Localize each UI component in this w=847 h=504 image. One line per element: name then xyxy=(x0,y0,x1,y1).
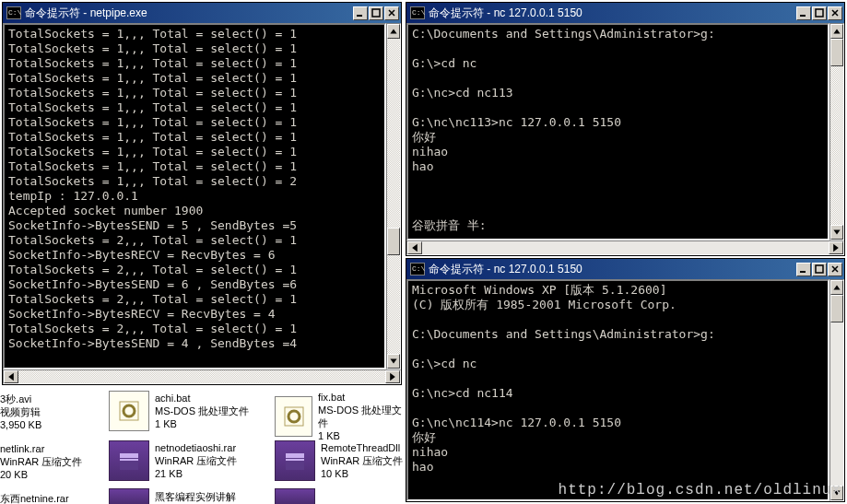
scroll-up-icon[interactable] xyxy=(830,280,843,295)
file-size: 21 KB xyxy=(155,467,237,480)
svg-rect-14 xyxy=(286,453,304,458)
cmd-window-nc2: C:\ 命令提示符 - nc 127.0.0.1 5150 Microsoft … xyxy=(406,258,845,502)
svg-rect-3 xyxy=(816,9,823,17)
scroll-left-icon[interactable] xyxy=(407,241,422,254)
file-size: 1 KB xyxy=(155,417,249,430)
file-item[interactable]: RemoteThreadDll WinRAR 压缩文件 10 KB xyxy=(275,440,403,481)
file-name: 东西netnine.rar xyxy=(0,492,69,504)
terminal-output[interactable]: C:\Documents and Settings\Administrator>… xyxy=(406,23,829,240)
file-name: RemoteThreadDll xyxy=(321,441,403,454)
watermark-text: http://blog.csdn.net/oldlinux xyxy=(559,482,841,498)
file-item[interactable]: achi.bat MS-DOS 批处理文件 1 KB xyxy=(109,391,249,431)
file-type: MS-DOS 批处理文件 xyxy=(318,404,406,429)
file-type: WinRAR 压缩文件 xyxy=(0,455,82,468)
terminal-output[interactable]: TotalSockets = 1,,, Total = select() = 1… xyxy=(3,23,386,369)
scroll-up-icon[interactable] xyxy=(387,24,400,39)
file-type: WinRAR 压缩文件 xyxy=(321,454,403,467)
vertical-scrollbar[interactable] xyxy=(829,23,844,240)
close-button[interactable] xyxy=(828,6,842,20)
scroll-thumb[interactable] xyxy=(830,39,843,66)
file-item[interactable]: netlink.rar WinRAR 压缩文件 20 KB xyxy=(0,442,82,481)
rar-file-icon xyxy=(275,440,315,481)
file-item[interactable]: 黑客编程实例讲解 xyxy=(109,488,236,504)
svg-rect-12 xyxy=(120,459,138,461)
file-name: netlink.rar xyxy=(0,442,82,455)
svg-rect-2 xyxy=(800,15,806,17)
minimize-button[interactable] xyxy=(353,6,368,20)
scroll-left-icon[interactable] xyxy=(4,370,18,383)
minimize-button[interactable] xyxy=(796,6,811,20)
close-button[interactable] xyxy=(384,6,399,20)
scroll-up-icon[interactable] xyxy=(830,24,843,39)
terminal-output[interactable]: Microsoft Windows XP [版本 5.1.2600] (C) 版… xyxy=(406,279,829,501)
cmd-window-netpipe: C:\ 命令提示符 - netpipe.exe TotalSockets = 1… xyxy=(2,2,402,385)
maximize-button[interactable] xyxy=(812,263,827,276)
vertical-scrollbar[interactable] xyxy=(829,279,844,501)
file-name: 3秒.avi xyxy=(0,393,41,405)
file-type: 视频剪辑 xyxy=(0,405,41,418)
rar-file-icon xyxy=(109,488,149,504)
file-type: MS-DOS 批处理文件 xyxy=(155,404,249,417)
svg-rect-1 xyxy=(372,9,380,17)
svg-rect-5 xyxy=(816,265,823,273)
window-title: 命令提示符 - nc 127.0.0.1 5150 xyxy=(429,262,796,277)
file-item[interactable] xyxy=(275,488,315,504)
maximize-button[interactable] xyxy=(812,6,827,20)
svg-rect-0 xyxy=(357,15,362,17)
file-item[interactable]: fix.bat MS-DOS 批处理文件 1 KB xyxy=(275,391,406,442)
file-item[interactable]: 3秒.avi 视频剪辑 3,950 KB xyxy=(0,393,41,431)
vertical-scrollbar[interactable] xyxy=(386,23,401,369)
titlebar[interactable]: C:\ 命令提示符 - nc 127.0.0.1 5150 xyxy=(406,259,844,279)
scroll-right-icon[interactable] xyxy=(385,370,400,383)
cmd-icon: C:\ xyxy=(6,6,21,19)
close-button[interactable] xyxy=(828,263,842,276)
file-type: WinRAR 压缩文件 xyxy=(155,454,237,467)
file-size: 10 KB xyxy=(321,467,403,480)
cmd-icon: C:\ xyxy=(410,263,425,275)
scroll-thumb[interactable] xyxy=(830,295,843,322)
file-name: fix.bat xyxy=(318,391,406,404)
window-title: 命令提示符 - nc 127.0.0.1 5150 xyxy=(429,6,796,21)
file-item[interactable]: netnodetiaoshi.rar WinRAR 压缩文件 21 KB xyxy=(109,440,237,481)
file-name: netnodetiaoshi.rar xyxy=(155,441,237,454)
cmd-window-nc1: C:\ 命令提示符 - nc 127.0.0.1 5150 C:\Documen… xyxy=(406,2,845,256)
rar-file-icon xyxy=(109,440,149,481)
file-size: 20 KB xyxy=(0,468,82,481)
scroll-down-icon[interactable] xyxy=(387,354,400,369)
file-item[interactable]: 东西netnine.rar xyxy=(0,492,69,504)
file-size: 3,950 KB xyxy=(0,418,41,431)
window-title: 命令提示符 - netpipe.exe xyxy=(25,6,353,21)
file-name: achi.bat xyxy=(155,392,249,404)
titlebar[interactable]: C:\ 命令提示符 - netpipe.exe xyxy=(3,3,401,23)
file-name: 黑客编程实例讲解 xyxy=(155,490,236,503)
scroll-down-icon[interactable] xyxy=(830,225,843,240)
batch-file-icon xyxy=(275,396,312,437)
scroll-right-icon[interactable] xyxy=(829,241,843,254)
maximize-button[interactable] xyxy=(369,6,383,20)
svg-rect-4 xyxy=(800,271,806,273)
rar-file-icon xyxy=(275,488,315,504)
svg-rect-11 xyxy=(120,453,138,458)
horizontal-scrollbar[interactable] xyxy=(3,369,401,384)
scroll-thumb[interactable] xyxy=(387,228,400,255)
horizontal-scrollbar[interactable] xyxy=(406,240,844,255)
batch-file-icon xyxy=(109,391,149,431)
minimize-button[interactable] xyxy=(796,263,811,276)
cmd-icon: C:\ xyxy=(410,6,425,19)
titlebar[interactable]: C:\ 命令提示符 - nc 127.0.0.1 5150 xyxy=(406,3,844,23)
desktop-files-area: 3秒.avi 视频剪辑 3,950 KB achi.bat MS-DOS 批处理… xyxy=(0,385,406,504)
svg-rect-15 xyxy=(286,459,304,461)
